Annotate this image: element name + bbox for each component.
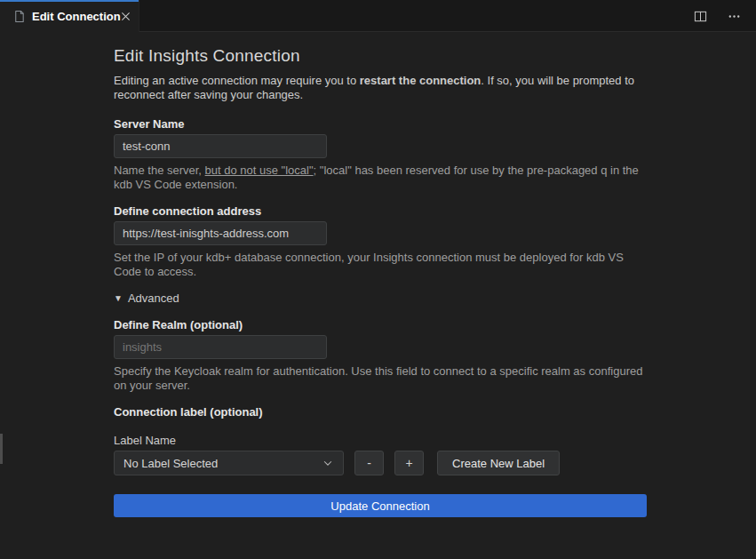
page-title: Edit Insights Connection bbox=[114, 46, 647, 66]
remove-label-button[interactable]: - bbox=[354, 451, 384, 475]
tab-edit-connection[interactable]: Edit Connection bbox=[0, 0, 139, 32]
tab-label: Edit Connection bbox=[32, 10, 121, 23]
file-icon bbox=[12, 10, 26, 23]
server-name-label: Server Name bbox=[114, 117, 647, 131]
intro-text: Editing an active connection may require… bbox=[114, 74, 647, 102]
editor-actions bbox=[690, 0, 756, 32]
realm-input[interactable] bbox=[114, 335, 327, 359]
advanced-label: Advanced bbox=[128, 291, 179, 305]
close-icon[interactable] bbox=[121, 7, 131, 25]
left-sash-handle[interactable] bbox=[0, 434, 3, 464]
create-new-label-button[interactable]: Create New Label bbox=[437, 451, 560, 475]
edit-connection-form: Edit Insights Connection Editing an acti… bbox=[114, 32, 647, 517]
tab-bar: Edit Connection bbox=[0, 0, 756, 32]
advanced-toggle[interactable]: ▼ Advanced bbox=[114, 291, 647, 305]
label-select-value: No Label Selected bbox=[123, 457, 322, 470]
more-actions-icon[interactable] bbox=[724, 6, 744, 26]
chevron-down-icon bbox=[322, 457, 334, 469]
realm-hint: Specify the Keycloak realm for authentic… bbox=[114, 364, 647, 392]
connection-address-label: Define connection address bbox=[114, 204, 647, 218]
chevron-down-icon: ▼ bbox=[114, 293, 123, 303]
server-name-input[interactable] bbox=[114, 134, 327, 158]
connection-label-section-title: Connection label (optional) bbox=[114, 405, 647, 419]
add-label-button[interactable]: + bbox=[394, 451, 424, 475]
server-name-hint: Name the server, but do not use "local";… bbox=[114, 164, 647, 191]
label-select[interactable]: No Label Selected bbox=[114, 451, 344, 475]
update-connection-button[interactable]: Update Connection bbox=[114, 494, 647, 517]
local-warning-link: but do not use "local" bbox=[205, 164, 314, 177]
label-controls-row: No Label Selected - + Create New Label bbox=[114, 451, 647, 475]
realm-label: Define Realm (optional) bbox=[114, 318, 647, 331]
connection-address-input[interactable] bbox=[114, 221, 327, 245]
editor-area: Edit Insights Connection Editing an acti… bbox=[0, 32, 756, 559]
split-editor-icon[interactable] bbox=[690, 6, 710, 26]
connection-address-hint: Set the IP of your kdb+ database connect… bbox=[114, 251, 647, 278]
label-name-label: Label Name bbox=[114, 434, 647, 447]
